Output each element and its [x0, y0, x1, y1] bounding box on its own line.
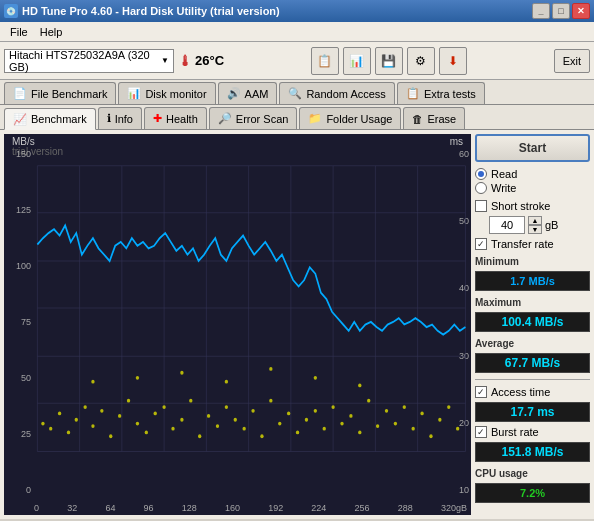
tab-error-scan[interactable]: 🔎 Error Scan: [209, 107, 298, 129]
toolbar-btn-3[interactable]: 💾: [375, 47, 403, 75]
info-icon: ℹ: [107, 112, 111, 125]
tab-info[interactable]: ℹ Info: [98, 107, 142, 129]
access-time-value: 17.7 ms: [475, 402, 590, 422]
svg-point-37: [207, 414, 210, 418]
svg-point-39: [225, 405, 228, 409]
stroke-up-button[interactable]: ▲: [528, 216, 542, 225]
svg-point-60: [412, 427, 415, 431]
health-icon: ✚: [153, 112, 162, 125]
dropdown-arrow-icon: ▼: [161, 56, 169, 65]
error-scan-icon: 🔎: [218, 112, 232, 125]
exit-button[interactable]: Exit: [554, 49, 590, 73]
write-label: Write: [491, 182, 516, 194]
svg-point-55: [367, 399, 370, 403]
stroke-down-button[interactable]: ▼: [528, 225, 542, 234]
tab-folder-usage[interactable]: 📁 Folder Usage: [299, 107, 401, 129]
read-radio-circle[interactable]: [475, 168, 487, 180]
svg-point-44: [269, 399, 272, 403]
svg-point-57: [385, 409, 388, 413]
svg-point-54: [358, 431, 361, 435]
tab-health[interactable]: ✚ Health: [144, 107, 207, 129]
tab-benchmark[interactable]: 📈 Benchmark: [4, 108, 96, 130]
svg-point-63: [438, 418, 441, 422]
read-radio[interactable]: Read: [475, 168, 590, 180]
average-value: 67.7 MB/s: [475, 353, 590, 373]
short-stroke-box[interactable]: [475, 200, 487, 212]
write-radio[interactable]: Write: [475, 182, 590, 194]
tab-file-benchmark[interactable]: 📄 File Benchmark: [4, 82, 116, 104]
drive-label: Hitachi HTS725032A9A (320 GB): [9, 49, 161, 73]
tabs-row2: 📈 Benchmark ℹ Info ✚ Health 🔎 Error Scan…: [0, 105, 594, 130]
benchmark-chart: [4, 134, 471, 515]
toolbar-btn-2[interactable]: 📊: [343, 47, 371, 75]
minimum-label: Minimum: [475, 256, 590, 267]
toolbar-btn-4[interactable]: ⚙: [407, 47, 435, 75]
toolbar: Hitachi HTS725032A9A (320 GB) ▼ 🌡 26°C 📋…: [0, 42, 594, 80]
transfer-rate-checkbox[interactable]: ✓ Transfer rate: [475, 238, 590, 250]
stroke-spinners[interactable]: ▲ ▼: [528, 216, 542, 234]
svg-point-31: [154, 411, 157, 415]
minimum-value: 1.7 MB/s: [475, 271, 590, 291]
svg-point-71: [314, 376, 317, 380]
svg-point-36: [198, 434, 201, 438]
toolbar-btn-5[interactable]: ⬇: [439, 47, 467, 75]
menubar: File Help: [0, 22, 594, 42]
tab-aam[interactable]: 🔊 AAM: [218, 82, 278, 104]
svg-point-28: [127, 399, 130, 403]
burst-rate-box[interactable]: ✓: [475, 426, 487, 438]
transfer-rate-box[interactable]: ✓: [475, 238, 487, 250]
average-label: Average: [475, 338, 590, 349]
burst-rate-checkbox[interactable]: ✓ Burst rate: [475, 426, 590, 438]
svg-point-58: [394, 422, 397, 426]
svg-point-64: [447, 405, 450, 409]
maximize-button[interactable]: □: [552, 3, 570, 19]
divider-1: [475, 379, 590, 380]
svg-point-46: [287, 411, 290, 415]
maximum-value: 100.4 MB/s: [475, 312, 590, 332]
minimize-button[interactable]: _: [532, 3, 550, 19]
cpu-usage-label: CPU usage: [475, 468, 590, 479]
svg-point-67: [136, 376, 139, 380]
svg-point-40: [234, 418, 237, 422]
chart-area: MB/s ms trial version 150 125 100 75 50 …: [4, 134, 471, 515]
access-time-label: Access time: [491, 386, 550, 398]
benchmark-icon: 📈: [13, 113, 27, 126]
app-icon: 💿: [4, 4, 18, 18]
temperature-display: 🌡 26°C: [178, 53, 224, 69]
svg-point-42: [251, 409, 254, 413]
titlebar-left: 💿 HD Tune Pro 4.60 - Hard Disk Utility (…: [4, 4, 280, 18]
cpu-usage-value: 7.2%: [475, 483, 590, 503]
svg-point-22: [75, 418, 78, 422]
svg-point-69: [225, 380, 228, 384]
random-access-icon: 🔍: [288, 87, 302, 100]
drive-selector[interactable]: Hitachi HTS725032A9A (320 GB) ▼: [4, 49, 174, 73]
menu-help[interactable]: Help: [34, 24, 69, 40]
svg-point-61: [420, 411, 423, 415]
close-button[interactable]: ✕: [572, 3, 590, 19]
svg-point-24: [91, 424, 94, 428]
svg-point-23: [84, 405, 87, 409]
access-time-box[interactable]: ✓: [475, 386, 487, 398]
write-radio-circle[interactable]: [475, 182, 487, 194]
burst-rate-value: 151.8 MB/s: [475, 442, 590, 462]
toolbar-btn-1[interactable]: 📋: [311, 47, 339, 75]
svg-point-20: [58, 411, 61, 415]
tab-disk-monitor[interactable]: 📊 Disk monitor: [118, 82, 215, 104]
tab-random-access[interactable]: 🔍 Random Access: [279, 82, 394, 104]
temperature-value: 26°C: [195, 53, 224, 68]
titlebar-buttons[interactable]: _ □ ✕: [532, 3, 590, 19]
tab-extra-tests[interactable]: 📋 Extra tests: [397, 82, 485, 104]
svg-point-51: [331, 405, 334, 409]
access-time-checkbox[interactable]: ✓ Access time: [475, 386, 590, 398]
short-stroke-label: Short stroke: [491, 200, 550, 212]
right-panel: Start Read Write Short stroke 40 ▲: [475, 134, 590, 515]
disk-monitor-icon: 📊: [127, 87, 141, 100]
tab-erase[interactable]: 🗑 Erase: [403, 107, 465, 129]
maximum-label: Maximum: [475, 297, 590, 308]
short-stroke-checkbox[interactable]: Short stroke: [475, 200, 590, 212]
start-button[interactable]: Start: [475, 134, 590, 162]
menu-file[interactable]: File: [4, 24, 34, 40]
svg-point-43: [260, 434, 263, 438]
stroke-value-input[interactable]: 40: [489, 216, 525, 234]
transfer-rate-label: Transfer rate: [491, 238, 554, 250]
